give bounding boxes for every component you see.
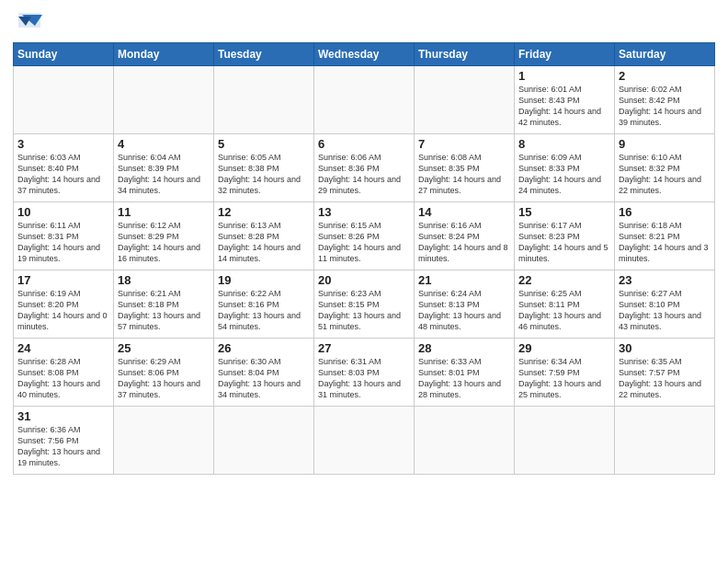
day-number: 13 xyxy=(318,205,410,219)
calendar-cell xyxy=(515,407,615,475)
calendar-cell: 21Sunrise: 6:24 AM Sunset: 8:13 PM Dayli… xyxy=(415,270,515,339)
day-number: 22 xyxy=(518,273,610,287)
day-info: Sunrise: 6:35 AM Sunset: 7:57 PM Dayligh… xyxy=(619,356,711,401)
calendar-cell: 15Sunrise: 6:17 AM Sunset: 8:23 PM Dayli… xyxy=(515,202,615,270)
calendar-cell: 4Sunrise: 6:04 AM Sunset: 8:39 PM Daylig… xyxy=(114,134,214,202)
calendar-cell xyxy=(314,66,415,134)
calendar-week-6: 31Sunrise: 6:36 AM Sunset: 7:56 PM Dayli… xyxy=(14,407,715,475)
weekday-header-thursday: Thursday xyxy=(415,43,515,66)
day-number: 28 xyxy=(418,341,510,355)
day-info: Sunrise: 6:23 AM Sunset: 8:15 PM Dayligh… xyxy=(318,288,410,333)
day-number: 29 xyxy=(518,341,610,355)
day-info: Sunrise: 6:34 AM Sunset: 7:59 PM Dayligh… xyxy=(518,356,610,401)
weekday-header-wednesday: Wednesday xyxy=(314,43,415,66)
day-number: 26 xyxy=(218,341,310,355)
day-info: Sunrise: 6:08 AM Sunset: 8:35 PM Dayligh… xyxy=(418,152,510,197)
day-info: Sunrise: 6:15 AM Sunset: 8:26 PM Dayligh… xyxy=(318,220,410,265)
day-info: Sunrise: 6:01 AM Sunset: 8:43 PM Dayligh… xyxy=(518,84,610,129)
calendar-cell: 1Sunrise: 6:01 AM Sunset: 8:43 PM Daylig… xyxy=(515,66,615,134)
day-info: Sunrise: 6:12 AM Sunset: 8:29 PM Dayligh… xyxy=(118,220,210,265)
day-info: Sunrise: 6:11 AM Sunset: 8:31 PM Dayligh… xyxy=(17,220,109,265)
calendar-cell xyxy=(615,407,715,475)
day-info: Sunrise: 6:30 AM Sunset: 8:04 PM Dayligh… xyxy=(218,356,310,401)
day-info: Sunrise: 6:04 AM Sunset: 8:39 PM Dayligh… xyxy=(118,152,210,197)
calendar-cell: 18Sunrise: 6:21 AM Sunset: 8:18 PM Dayli… xyxy=(114,270,214,339)
weekday-header-tuesday: Tuesday xyxy=(214,43,314,66)
day-info: Sunrise: 6:24 AM Sunset: 8:13 PM Dayligh… xyxy=(418,288,510,333)
day-number: 14 xyxy=(418,205,510,219)
day-number: 19 xyxy=(218,273,310,287)
day-info: Sunrise: 6:13 AM Sunset: 8:28 PM Dayligh… xyxy=(218,220,310,265)
page: SundayMondayTuesdayWednesdayThursdayFrid… xyxy=(0,0,728,563)
day-info: Sunrise: 6:06 AM Sunset: 8:36 PM Dayligh… xyxy=(318,152,410,197)
day-number: 2 xyxy=(619,69,711,83)
day-number: 1 xyxy=(518,69,610,83)
day-info: Sunrise: 6:05 AM Sunset: 8:38 PM Dayligh… xyxy=(218,152,310,197)
weekday-header-friday: Friday xyxy=(515,43,615,66)
day-number: 18 xyxy=(118,273,210,287)
logo-icon xyxy=(15,9,48,37)
day-number: 30 xyxy=(619,341,711,355)
calendar-cell: 13Sunrise: 6:15 AM Sunset: 8:26 PM Dayli… xyxy=(314,202,415,270)
day-info: Sunrise: 6:18 AM Sunset: 8:21 PM Dayligh… xyxy=(619,220,711,265)
weekday-header-monday: Monday xyxy=(114,43,214,66)
day-info: Sunrise: 6:03 AM Sunset: 8:40 PM Dayligh… xyxy=(17,152,109,197)
calendar-cell xyxy=(415,407,515,475)
calendar-cell: 23Sunrise: 6:27 AM Sunset: 8:10 PM Dayli… xyxy=(615,270,715,339)
day-info: Sunrise: 6:17 AM Sunset: 8:23 PM Dayligh… xyxy=(518,220,610,265)
calendar-cell: 2Sunrise: 6:02 AM Sunset: 8:42 PM Daylig… xyxy=(615,66,715,134)
calendar: SundayMondayTuesdayWednesdayThursdayFrid… xyxy=(13,42,715,475)
day-info: Sunrise: 6:31 AM Sunset: 8:03 PM Dayligh… xyxy=(318,356,410,401)
day-info: Sunrise: 6:22 AM Sunset: 8:16 PM Dayligh… xyxy=(218,288,310,333)
day-info: Sunrise: 6:21 AM Sunset: 8:18 PM Dayligh… xyxy=(118,288,210,333)
calendar-cell: 31Sunrise: 6:36 AM Sunset: 7:56 PM Dayli… xyxy=(14,407,114,475)
calendar-cell: 22Sunrise: 6:25 AM Sunset: 8:11 PM Dayli… xyxy=(515,270,615,339)
calendar-cell: 8Sunrise: 6:09 AM Sunset: 8:33 PM Daylig… xyxy=(515,134,615,202)
calendar-header: SundayMondayTuesdayWednesdayThursdayFrid… xyxy=(14,43,715,66)
calendar-cell xyxy=(114,66,214,134)
day-info: Sunrise: 6:19 AM Sunset: 8:20 PM Dayligh… xyxy=(17,288,109,333)
calendar-body: 1Sunrise: 6:01 AM Sunset: 8:43 PM Daylig… xyxy=(14,66,715,475)
weekday-row: SundayMondayTuesdayWednesdayThursdayFrid… xyxy=(14,43,715,66)
calendar-cell: 17Sunrise: 6:19 AM Sunset: 8:20 PM Dayli… xyxy=(14,270,114,339)
day-number: 27 xyxy=(318,341,410,355)
day-number: 20 xyxy=(318,273,410,287)
day-info: Sunrise: 6:33 AM Sunset: 8:01 PM Dayligh… xyxy=(418,356,510,401)
header xyxy=(13,9,715,37)
day-number: 10 xyxy=(17,205,109,219)
day-number: 24 xyxy=(17,341,109,355)
calendar-week-4: 17Sunrise: 6:19 AM Sunset: 8:20 PM Dayli… xyxy=(14,270,715,339)
calendar-cell: 9Sunrise: 6:10 AM Sunset: 8:32 PM Daylig… xyxy=(615,134,715,202)
day-info: Sunrise: 6:29 AM Sunset: 8:06 PM Dayligh… xyxy=(118,356,210,401)
calendar-cell xyxy=(14,66,114,134)
day-number: 11 xyxy=(118,205,210,219)
day-number: 9 xyxy=(619,137,711,151)
calendar-cell xyxy=(114,407,214,475)
day-number: 6 xyxy=(318,137,410,151)
calendar-cell: 20Sunrise: 6:23 AM Sunset: 8:15 PM Dayli… xyxy=(314,270,415,339)
day-number: 7 xyxy=(418,137,510,151)
calendar-cell: 30Sunrise: 6:35 AM Sunset: 7:57 PM Dayli… xyxy=(615,339,715,407)
calendar-cell: 25Sunrise: 6:29 AM Sunset: 8:06 PM Dayli… xyxy=(114,339,214,407)
day-info: Sunrise: 6:16 AM Sunset: 8:24 PM Dayligh… xyxy=(418,220,510,265)
calendar-cell: 16Sunrise: 6:18 AM Sunset: 8:21 PM Dayli… xyxy=(615,202,715,270)
calendar-cell: 10Sunrise: 6:11 AM Sunset: 8:31 PM Dayli… xyxy=(14,202,114,270)
day-info: Sunrise: 6:36 AM Sunset: 7:56 PM Dayligh… xyxy=(17,424,109,469)
day-number: 31 xyxy=(17,409,109,423)
day-number: 23 xyxy=(619,273,711,287)
day-number: 25 xyxy=(118,341,210,355)
calendar-cell: 3Sunrise: 6:03 AM Sunset: 8:40 PM Daylig… xyxy=(14,134,114,202)
calendar-cell: 6Sunrise: 6:06 AM Sunset: 8:36 PM Daylig… xyxy=(314,134,415,202)
calendar-week-3: 10Sunrise: 6:11 AM Sunset: 8:31 PM Dayli… xyxy=(14,202,715,270)
calendar-cell: 29Sunrise: 6:34 AM Sunset: 7:59 PM Dayli… xyxy=(515,339,615,407)
weekday-header-sunday: Sunday xyxy=(14,43,114,66)
calendar-cell xyxy=(214,407,314,475)
day-number: 12 xyxy=(218,205,310,219)
calendar-cell: 11Sunrise: 6:12 AM Sunset: 8:29 PM Dayli… xyxy=(114,202,214,270)
day-number: 15 xyxy=(518,205,610,219)
day-number: 21 xyxy=(418,273,510,287)
calendar-cell: 14Sunrise: 6:16 AM Sunset: 8:24 PM Dayli… xyxy=(415,202,515,270)
calendar-week-2: 3Sunrise: 6:03 AM Sunset: 8:40 PM Daylig… xyxy=(14,134,715,202)
calendar-cell xyxy=(214,66,314,134)
day-number: 4 xyxy=(118,137,210,151)
